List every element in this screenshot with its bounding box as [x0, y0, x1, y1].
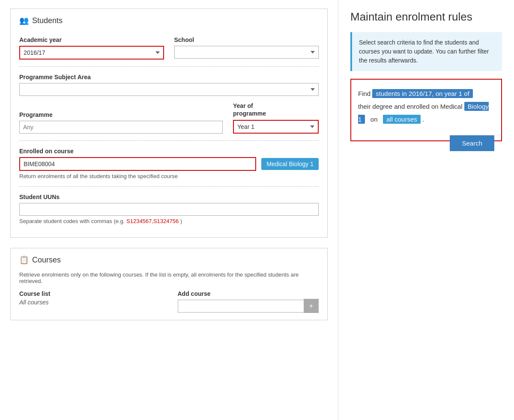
- add-course-button[interactable]: +: [304, 299, 319, 313]
- programme-col: Programme: [19, 111, 223, 134]
- academic-school-row: Academic year 2016/17 2015/16 2014/15 Sc…: [19, 36, 319, 60]
- students-icon: 👥: [19, 16, 29, 25]
- highlight-courses: all courses: [383, 115, 421, 124]
- enrolled-input[interactable]: [19, 157, 256, 171]
- page-title: Maintain enrolment rules: [350, 10, 502, 24]
- course-list-row: Course list All courses Add course +: [19, 290, 319, 313]
- academic-year-col: Academic year 2016/17 2015/16 2014/15: [19, 36, 164, 60]
- student-uuns-group: Student UUNs Separate student codes with…: [19, 194, 319, 224]
- courses-title: Courses: [32, 256, 61, 265]
- programme-subject-area-select[interactable]: [19, 83, 319, 96]
- info-box: Select search criteria to find the stude…: [350, 32, 502, 71]
- left-panel: 👥 Students Academic year 2016/17 2015/16…: [0, 0, 338, 420]
- programme-input[interactable]: [19, 121, 223, 134]
- enrolled-label: Enrolled on course: [19, 148, 319, 155]
- add-course-input-row: +: [178, 299, 319, 313]
- highlight-students: students in 2016/17, on year 1 of: [372, 89, 473, 98]
- programme-label: Programme: [19, 111, 223, 118]
- school-label: School: [174, 36, 319, 43]
- courses-header: 📋 Courses: [19, 255, 319, 267]
- example-codes: S1234567,S1324756: [126, 218, 179, 224]
- enrolled-helper: Return enrolments of all the students ta…: [19, 173, 319, 179]
- find-label: Find: [358, 90, 371, 97]
- year-of-programme-select[interactable]: Year 1 Year 2 Year 3 Year 4: [233, 120, 319, 134]
- year-of-programme-col: Year ofprogramme Year 1 Year 2 Year 3 Ye…: [233, 102, 319, 134]
- preview-text3: .: [422, 116, 424, 123]
- course-list-label: Course list: [19, 290, 161, 297]
- school-col: School: [174, 36, 319, 59]
- right-panel: Maintain enrolment rules Select search c…: [338, 0, 514, 420]
- enrolled-course-row: Medical Biology 1: [19, 157, 319, 171]
- preview-text: Find students in 2016/17, on year 1 of t…: [358, 87, 494, 126]
- course-list-col: Course list All courses: [19, 290, 161, 306]
- students-title: Students: [32, 16, 63, 25]
- student-uuns-label: Student UUNs: [19, 194, 319, 200]
- courses-description: Retrieve enrolments only on the followin…: [19, 271, 319, 284]
- programme-year-row: Programme Year ofprogramme Year 1 Year 2…: [19, 102, 319, 134]
- search-button[interactable]: Search: [450, 135, 494, 151]
- enrolled-badge: Medical Biology 1: [261, 158, 319, 170]
- programme-subject-area-label: Programme Subject Area: [19, 74, 319, 80]
- add-course-col: Add course +: [178, 290, 319, 313]
- student-uuns-input[interactable]: [19, 203, 319, 216]
- student-uuns-example: Separate student codes with commas (e.g.…: [19, 218, 319, 224]
- enrolled-group: Enrolled on course Medical Biology 1 Ret…: [19, 148, 319, 179]
- academic-year-label: Academic year: [19, 36, 164, 43]
- add-course-label: Add course: [178, 290, 319, 297]
- preview-text2: on: [371, 116, 378, 123]
- add-course-input[interactable]: [178, 300, 304, 313]
- programme-subject-area-group: Programme Subject Area: [19, 74, 319, 96]
- students-section: 👥 Students Academic year 2016/17 2015/16…: [10, 9, 328, 238]
- course-list-value: All courses: [19, 299, 161, 306]
- academic-year-select[interactable]: 2016/17 2015/16 2014/15: [19, 46, 164, 60]
- preview-box: Find students in 2016/17, on year 1 of t…: [350, 79, 502, 141]
- students-header: 👥 Students: [19, 16, 319, 28]
- school-select[interactable]: [174, 46, 319, 59]
- year-of-programme-label: Year ofprogramme: [233, 102, 319, 117]
- preview-text1: their degree and enrolled on Medical: [358, 103, 463, 110]
- courses-icon: 📋: [19, 255, 29, 265]
- courses-section: 📋 Courses Retrieve enrolments only on th…: [10, 248, 328, 320]
